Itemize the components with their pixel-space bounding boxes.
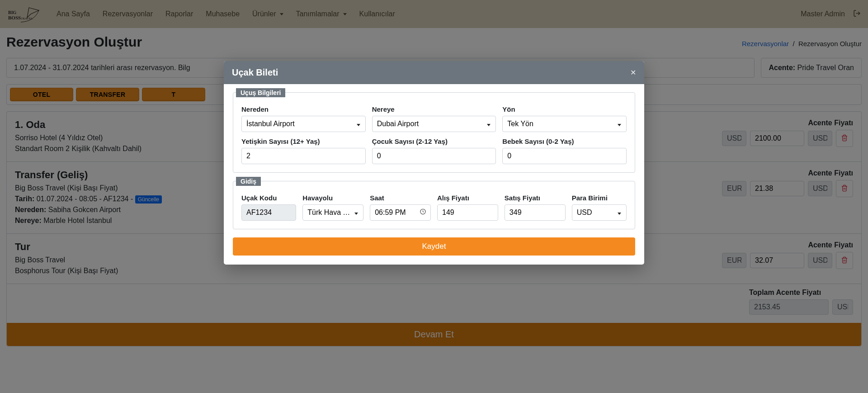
sell-input[interactable] (505, 204, 566, 221)
time-input[interactable] (370, 204, 431, 221)
currency-select[interactable] (572, 204, 627, 221)
baby-input[interactable] (502, 148, 627, 164)
airline-select[interactable] (302, 204, 363, 221)
departure-section: Gidiş Uçak Kodu Havayolu Saat (233, 181, 635, 229)
time-label: Saat (370, 194, 431, 202)
section-title: Gidiş (236, 177, 261, 186)
modal-title: Uçak Bileti (232, 67, 278, 78)
child-input[interactable] (372, 148, 496, 164)
buy-input[interactable] (437, 204, 498, 221)
code-input (241, 204, 296, 221)
direction-select[interactable] (502, 116, 627, 132)
airline-label: Havayolu (302, 194, 363, 202)
modal-overlay[interactable]: Uçak Bileti ✕ Uçuş Bilgileri Nereden Ner… (0, 0, 868, 360)
child-label: Çocuk Sayısı (2-12 Yaş) (372, 137, 496, 145)
direction-label: Yön (502, 105, 627, 113)
flight-ticket-modal: Uçak Bileti ✕ Uçuş Bilgileri Nereden Ner… (224, 61, 644, 265)
to-label: Nereye (372, 105, 496, 113)
sell-label: Satış Fiyatı (505, 194, 566, 202)
flight-info-section: Uçuş Bilgileri Nereden Nereye (233, 92, 635, 173)
buy-label: Alış Fiyatı (437, 194, 498, 202)
close-icon[interactable]: ✕ (630, 68, 636, 77)
baby-label: Bebek Sayısı (0-2 Yaş) (502, 137, 627, 145)
currency-label: Para Birimi (572, 194, 627, 202)
adult-input[interactable] (241, 148, 366, 164)
save-button[interactable]: Kaydet (233, 237, 635, 256)
adult-label: Yetişkin Sayısı (12+ Yaş) (241, 137, 366, 145)
code-label: Uçak Kodu (241, 194, 296, 202)
to-select[interactable] (372, 116, 496, 132)
from-select[interactable] (241, 116, 366, 132)
from-label: Nereden (241, 105, 366, 113)
section-title: Uçuş Bilgileri (236, 88, 285, 97)
